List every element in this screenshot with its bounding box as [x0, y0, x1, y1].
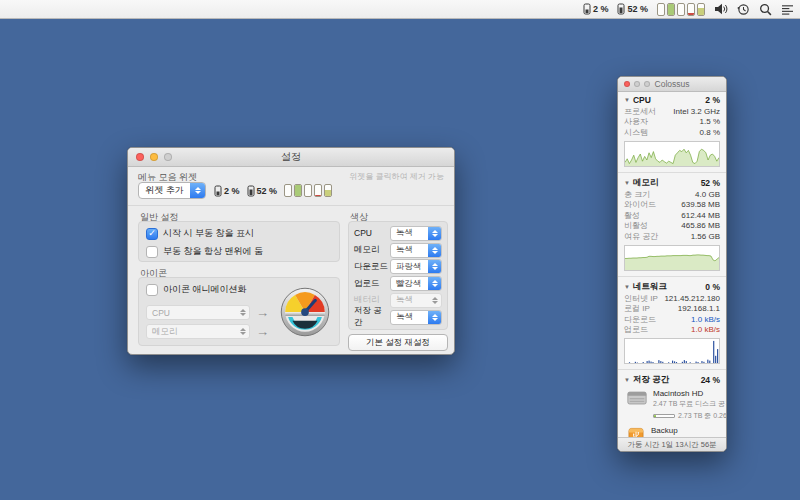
color-select-value: 녹색: [391, 244, 428, 256]
cpu-section: ▼CPU2 % 프로세서Intel 3.2 GHz사용자1.5 %시스템0.8 …: [618, 92, 726, 170]
checkbox-label: 부동 창을 항상 맨위에 둠: [163, 245, 263, 258]
section-value: 2 %: [705, 95, 720, 105]
drive-usage-row: 2.73 TB 중 0.26 TB 사용: [653, 411, 726, 421]
chevron-down-icon: [428, 311, 441, 324]
close-button[interactable]: [624, 81, 630, 87]
stat-label: 인터넷 IP: [624, 293, 658, 304]
color-select: 녹색: [390, 293, 442, 308]
stat-label: 프로세서: [624, 106, 656, 117]
preview-memory-widget[interactable]: 52 %: [247, 185, 278, 197]
preview-memory-value: 52 %: [257, 186, 278, 196]
preview-battery-bars-widget[interactable]: [284, 184, 332, 197]
color-select[interactable]: 파랑색: [390, 259, 442, 274]
stat-value: 121.45.212.180: [664, 294, 720, 303]
add-widget-dropdown[interactable]: 위젯 추가: [138, 182, 206, 199]
divider: [618, 276, 726, 277]
battery-bar[interactable]: [697, 3, 705, 16]
disclosure-triangle-icon[interactable]: ▼: [624, 377, 630, 383]
drive-free-space: 2.47 TB 무료 디스크 공간: [653, 399, 726, 409]
section-title: 네트워크: [633, 281, 705, 293]
time-machine-icon: [737, 3, 750, 16]
battery-bar[interactable]: [304, 184, 312, 197]
divider: [618, 369, 726, 370]
time-machine-menu-extra[interactable]: [737, 0, 750, 18]
drive-name: Macintosh HD: [653, 389, 726, 398]
stat-value: 639.58 MB: [681, 200, 720, 209]
stat-row: 활성612.44 MB: [624, 210, 720, 221]
color-select-value: 녹색: [391, 311, 428, 323]
menubar-memory-widget[interactable]: 52 %: [617, 0, 648, 18]
stat-value: 1.5 %: [700, 117, 720, 126]
drive-name: Backup: [651, 426, 726, 435]
general-checkbox-row: 부동 창을 항상 맨위에 둠: [146, 245, 332, 258]
stat-row: 와이어드639.58 MB: [624, 199, 720, 210]
notification-center-menu-extra[interactable]: [781, 0, 794, 18]
stat-value: 1.56 GB: [691, 232, 720, 241]
disclosure-triangle-icon[interactable]: ▼: [624, 284, 630, 290]
menubar-memory-value: 52 %: [627, 4, 648, 14]
menubar-battery-bars-widget[interactable]: [657, 0, 705, 18]
color-select[interactable]: 빨강색: [390, 276, 442, 291]
reset-defaults-button[interactable]: 기본 설정 재설정: [348, 334, 448, 351]
disclosure-triangle-icon[interactable]: ▼: [624, 97, 630, 103]
stat-label: 비활성: [624, 220, 648, 231]
drive-usage-bar: [653, 414, 675, 418]
section-value: 24 %: [701, 375, 720, 385]
zoom-button: [164, 153, 172, 161]
stat-label: 사용자: [624, 116, 648, 127]
gauge-app-icon: [280, 287, 330, 337]
minimize-button[interactable]: [150, 153, 158, 161]
battery-bar[interactable]: [314, 184, 322, 197]
stat-row: 비활성465.86 MB: [624, 221, 720, 232]
zoom-button: [644, 81, 650, 87]
menu-bar: 2 % 52 %: [0, 0, 800, 19]
chevron-down-icon: [236, 306, 249, 319]
spotlight-menu-extra[interactable]: [759, 0, 772, 18]
stat-label: 총 크기: [624, 189, 650, 200]
color-row: 메모리녹색: [354, 242, 442, 259]
disclosure-triangle-icon[interactable]: ▼: [624, 180, 630, 186]
battery-bar[interactable]: [687, 3, 695, 16]
color-select[interactable]: 녹색: [390, 310, 442, 325]
stat-value: 1.0 kB/s: [691, 315, 720, 324]
settings-window-title: 설정: [128, 150, 454, 164]
checkbox[interactable]: [146, 284, 158, 296]
preview-cpu-widget[interactable]: 2 %: [214, 185, 240, 197]
battery-bar[interactable]: [284, 184, 292, 197]
separator: [128, 205, 454, 206]
color-row-label: CPU: [354, 228, 372, 238]
remove-hint: 위젯을 클릭하여 제거 가능: [349, 171, 444, 182]
section-title: 저장 공간: [633, 374, 701, 386]
stat-row: 업로드1.0 kB/s: [624, 325, 720, 336]
stat-row: 인터넷 IP121.45.212.180: [624, 293, 720, 304]
battery-bar[interactable]: [294, 184, 302, 197]
battery-bar[interactable]: [324, 184, 332, 197]
general-settings-group: 시작 시 부동 창을 표시부동 창을 항상 맨위에 둠: [138, 221, 340, 262]
close-button[interactable]: [136, 153, 144, 161]
drive-entry[interactable]: Macintosh HD2.47 TB 무료 디스크 공간2.73 TB 중 0…: [624, 386, 720, 423]
stat-label: 업로드: [624, 324, 648, 335]
menubar-cpu-value: 2 %: [593, 4, 609, 14]
menubar-cpu-widget[interactable]: 2 %: [583, 0, 609, 18]
notification-center-icon: [781, 4, 794, 15]
checkbox[interactable]: [146, 228, 158, 240]
color-select[interactable]: 녹색: [390, 243, 442, 258]
drive-usage-text: 2.73 TB 중 0.26 TB 사용: [678, 411, 726, 421]
battery-bar[interactable]: [667, 3, 675, 16]
section-title: CPU: [633, 95, 705, 105]
drive-info: Macintosh HD2.47 TB 무료 디스크 공간2.73 TB 중 0…: [653, 389, 726, 421]
battery-bar[interactable]: [657, 3, 665, 16]
battery-bar[interactable]: [677, 3, 685, 16]
stat-label: 활성: [624, 210, 640, 221]
settings-titlebar[interactable]: 설정: [128, 148, 454, 167]
stat-label: 여유 공간: [624, 231, 658, 242]
monitor-titlebar[interactable]: Colossus: [618, 77, 726, 92]
stat-label: 로컬 IP: [624, 303, 650, 314]
stat-value: 465.86 MB: [681, 221, 720, 230]
color-select[interactable]: 녹색: [390, 226, 442, 241]
chevron-down-icon: [428, 244, 441, 257]
icon-source-row-2: 메모리 →: [146, 324, 269, 339]
memory-icon: [247, 185, 255, 197]
checkbox[interactable]: [146, 246, 158, 258]
volume-menu-extra[interactable]: [714, 0, 728, 18]
